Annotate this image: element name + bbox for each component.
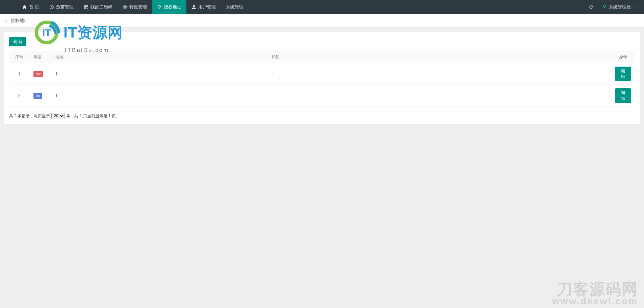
cell-seq: 2 [9,85,29,107]
edit-button[interactable]: 编辑 [615,67,631,81]
nav-system-mgmt[interactable]: 系统管理 [221,0,249,14]
content-panel: 刷 新 序号 类型 地址 私钥 操作 1 erc 1 r 编辑 [4,32,640,124]
nav-label: 鱼苗管理 [56,4,74,10]
breadcrumb: 授权地址 [0,14,644,27]
top-nav: 首 页 鱼苗管理 我的二维码 转账管理 授权地址 用户管理 系统管理 系统管理员 [0,0,644,14]
nav-user-mgmt[interactable]: 用户管理 [186,0,221,14]
nav-label: 授权地址 [164,4,181,10]
nav-label: 首 页 [29,4,39,10]
breadcrumb-icon [5,19,9,23]
clock-icon [49,5,54,9]
nav-home[interactable]: 首 页 [17,0,44,14]
bulb-icon [157,5,162,9]
yen-icon [123,5,127,9]
cell-key: r [267,63,611,85]
breadcrumb-current: 授权地址 [11,18,28,24]
user-label: 系统管理员 [609,4,631,10]
cell-type: erc [29,63,51,85]
nav-label: 转账管理 [129,4,147,10]
type-badge: erc [33,71,43,77]
pagination-suffix: 条，共 1 页当前显示第 1 页。 [66,113,120,119]
col-seq: 序号 [9,51,29,63]
refresh-data-button[interactable]: 刷 新 [9,37,26,46]
page-size-select[interactable]: 20 [51,113,65,119]
nav-label: 我的二维码 [91,4,112,10]
cell-address: 1 [51,85,267,107]
refresh-button[interactable] [584,0,598,14]
cell-op: 编辑 [611,63,635,85]
data-table: 序号 类型 地址 私钥 操作 1 erc 1 r 编辑 2 [9,51,635,107]
cell-address: 1 [51,63,267,85]
pagination: 共 2 条记录，每页显示 20 条，共 1 页当前显示第 1 页。 [9,113,635,119]
nav-qrcode[interactable]: 我的二维码 [79,0,118,14]
watermark-bottom: 刀客源码网 www.dkewl.com [552,281,638,307]
pagination-prefix: 共 2 条记录，每页显示 [9,113,50,119]
table-row: 2 trc 1 r 编辑 [9,85,635,107]
cell-op: 编辑 [611,85,635,107]
chevron-up-icon [633,5,636,9]
user-menu[interactable]: 系统管理员 [598,0,641,14]
qrcode-icon [84,5,88,9]
nav-fish[interactable]: 鱼苗管理 [44,0,79,14]
nav-label: 用户管理 [198,4,216,10]
col-type: 类型 [29,51,51,63]
type-badge: trc [33,93,42,99]
watermark-bottom-line2: www.dkewl.com [552,296,638,307]
table-row: 1 erc 1 r 编辑 [9,63,635,85]
home-icon [22,5,27,9]
table-header-row: 序号 类型 地址 私钥 操作 [9,51,635,63]
nav-right: 系统管理员 [584,0,644,14]
cell-type: trc [29,85,51,107]
refresh-icon [589,5,593,9]
col-address: 地址 [51,51,267,63]
col-key: 私钥 [267,51,611,63]
nav-auth-address[interactable]: 授权地址 [152,0,186,14]
user-icon [191,5,196,9]
cell-seq: 1 [9,63,29,85]
v-icon [602,5,607,9]
watermark-bottom-line1: 刀客源码网 [552,281,638,297]
nav-label: 系统管理 [226,4,243,10]
col-op: 操作 [611,51,635,63]
nav-transfer[interactable]: 转账管理 [118,0,152,14]
cell-key: r [267,85,611,107]
edit-button[interactable]: 编辑 [615,88,631,103]
